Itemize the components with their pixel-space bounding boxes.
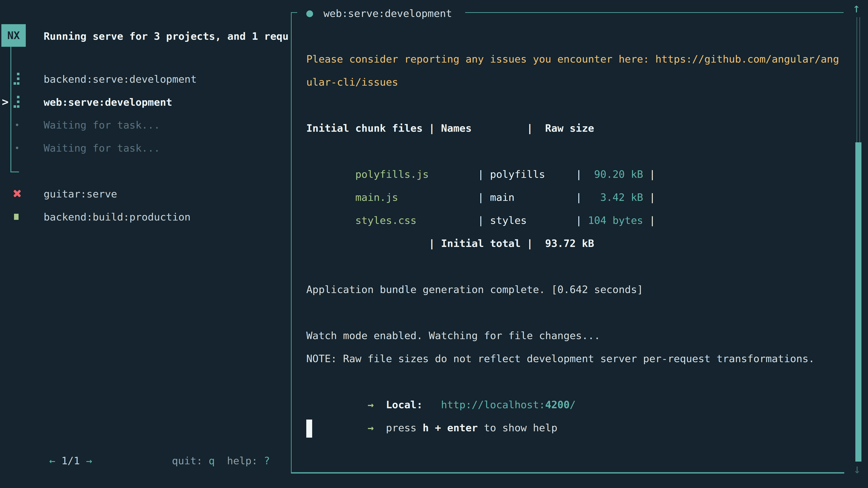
keyboard-shortcuts: quit: q help: ?: [135, 443, 270, 479]
hint-text: press: [386, 422, 423, 434]
scrollbar-down-arrow-icon[interactable]: ↓: [853, 462, 861, 476]
waiting-dot-icon: [16, 147, 18, 149]
table-separator: | main |: [472, 191, 582, 203]
task-label: Waiting for task...: [43, 119, 160, 131]
help-key: ?: [264, 455, 270, 467]
status-text: Watch mode enabled. Watching for file ch…: [306, 330, 600, 341]
table-separator: | polyfills |: [472, 168, 582, 180]
panel-border-left: [291, 12, 291, 473]
page-indicator: 1/1: [55, 455, 86, 467]
page-title: Running serve for 3 projects, and 1 requ: [43, 30, 289, 42]
table-separator: |: [643, 215, 655, 226]
indent: [423, 399, 441, 411]
blank-line: [306, 255, 839, 278]
local-label: Local:: [386, 399, 423, 411]
task-row-waiting-1[interactable]: Waiting for task...: [0, 117, 291, 133]
pagination: ← 1/1 →: [12, 443, 92, 479]
page-right-arrow[interactable]: →: [86, 455, 92, 467]
chunk-file-name: polyfills.js: [355, 168, 472, 180]
help-label: help:: [215, 455, 264, 467]
indent: [374, 399, 386, 411]
quit-label: quit:: [172, 455, 209, 467]
spinner-icon: [13, 73, 20, 85]
task-label: backend:build:production: [43, 211, 191, 223]
selected-chevron-icon: >: [2, 95, 8, 108]
task-label: backend:serve:development: [43, 73, 197, 85]
panel-border-top-corner: [291, 12, 297, 13]
localhost-link[interactable]: http://localhost:: [441, 399, 545, 411]
task-label: web:serve:development: [43, 96, 172, 108]
hint-text: to show help: [478, 422, 557, 434]
output-line-bundle-complete: Application bundle generation complete. …: [306, 278, 839, 301]
task-group-connector-corner: [10, 171, 19, 172]
panel-border-bottom: [291, 472, 844, 474]
raw-size-value: 90.20 kB: [582, 168, 643, 180]
panel-border-top: [465, 12, 844, 13]
task-row-backend-build-production[interactable]: backend:build:production: [0, 209, 291, 225]
table-header-row: Initial chunk files | Names | Raw size: [306, 117, 839, 140]
arrow-icon: →: [368, 422, 374, 434]
table-separator: |: [643, 191, 655, 203]
localhost-slash[interactable]: /: [569, 399, 576, 411]
status-text: Application bundle generation complete. …: [306, 284, 643, 295]
scrollbar-track[interactable]: [857, 17, 860, 142]
scrollbar-up-arrow-icon[interactable]: ↑: [852, 1, 860, 15]
failed-cross-icon: [13, 189, 22, 198]
running-dot-icon: [306, 10, 313, 17]
hint-keys: h + enter: [423, 422, 478, 434]
task-label: guitar:serve: [43, 188, 117, 200]
terminal-output: Please consider reporting any issues you…: [306, 48, 839, 440]
output-line-local-url: → Local: http://localhost:4200/: [306, 370, 839, 393]
note-text: NOTE: Raw file sizes do not reflect deve…: [306, 353, 815, 365]
blank-line: [306, 301, 839, 324]
terminal-cursor: [306, 420, 312, 437]
table-separator: | styles |: [472, 215, 582, 226]
arrow-icon: →: [368, 399, 374, 411]
chunk-file-name: main.js: [355, 191, 472, 203]
chunk-file-name: styles.css: [355, 215, 472, 226]
blank-line: [306, 94, 839, 117]
localhost-port[interactable]: 4200: [545, 399, 569, 411]
success-square-icon: [14, 214, 19, 220]
task-row-guitar-serve[interactable]: guitar:serve: [0, 186, 291, 202]
table-total-row: | Initial total | 93.72 kB: [306, 232, 839, 255]
task-row-backend-serve-development[interactable]: backend:serve:development: [0, 71, 291, 87]
waiting-dot-icon: [16, 124, 18, 126]
indent: [355, 422, 368, 434]
panel-title-text: web:serve:development: [323, 7, 452, 20]
task-row-web-serve-development[interactable]: > web:serve:development: [0, 94, 291, 110]
output-line-watch-mode: Watch mode enabled. Watching for file ch…: [306, 324, 839, 347]
spinner-icon: [13, 96, 20, 108]
initial-total: | Initial total | 93.72 kB: [306, 237, 594, 250]
task-label: Waiting for task...: [43, 142, 160, 154]
output-line-note: NOTE: Raw file sizes do not reflect deve…: [306, 347, 839, 370]
scrollbar-thumb[interactable]: [855, 142, 862, 462]
quit-key: q: [209, 455, 215, 467]
warning-text: ular-cli/issues: [306, 76, 398, 88]
output-line-issues-1: Please consider reporting any issues you…: [306, 48, 839, 71]
raw-size-value: 104 bytes: [582, 215, 643, 226]
task-row-waiting-2[interactable]: Waiting for task...: [0, 140, 291, 156]
warning-text: Please consider reporting any issues you…: [306, 53, 839, 65]
raw-size-value: 3.42 kB: [582, 191, 643, 203]
indent: [355, 399, 368, 411]
indent: [374, 422, 386, 434]
sidebar: NX Running serve for 3 projects, and 1 r…: [0, 0, 291, 488]
table-header: Initial chunk files | Names | Raw size: [306, 122, 594, 134]
table-separator: |: [643, 168, 655, 180]
nx-logo: NX: [1, 24, 26, 47]
output-line-issues-2: ular-cli/issues: [306, 71, 839, 94]
table-row: polyfills.js | polyfills | 90.20 kB |: [306, 140, 839, 163]
page-left-arrow[interactable]: ←: [49, 455, 55, 467]
